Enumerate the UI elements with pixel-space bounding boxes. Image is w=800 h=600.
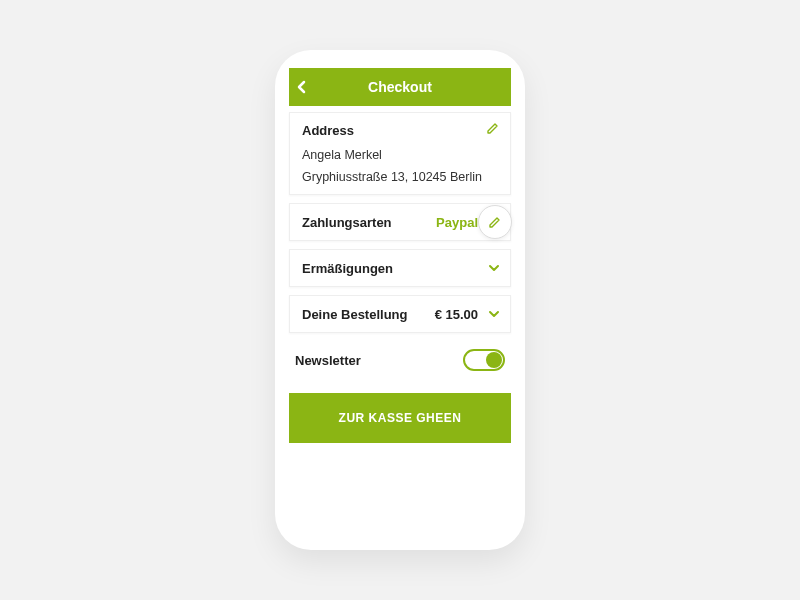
address-name: Angela Merkel [302, 148, 498, 162]
payment-label: Zahlungsarten [302, 215, 392, 230]
chevron-down-icon[interactable] [488, 308, 500, 320]
app-header: Checkout [289, 68, 511, 106]
phone-frame: Checkout Address Angela Merkel Gryphiuss… [275, 50, 525, 550]
newsletter-toggle[interactable] [463, 349, 505, 371]
edit-address-icon[interactable] [486, 121, 500, 135]
page-title: Checkout [289, 79, 511, 95]
toggle-knob [486, 352, 502, 368]
order-label: Deine Bestellung [302, 307, 407, 322]
discounts-label: Ermäßigungen [302, 261, 393, 276]
newsletter-label: Newsletter [295, 353, 361, 368]
payment-value: Paypal [436, 215, 478, 230]
discounts-card[interactable]: Ermäßigungen [289, 249, 511, 287]
order-card[interactable]: Deine Bestellung € 15.00 [289, 295, 511, 333]
address-card: Address Angela Merkel Gryphiusstraße 13,… [289, 112, 511, 195]
checkout-button[interactable]: ZUR KASSE GHEEN [289, 393, 511, 443]
address-street: Gryphiusstraße 13, 10245 Berlin [302, 170, 498, 184]
chevron-down-icon[interactable] [488, 262, 500, 274]
order-price: € 15.00 [435, 307, 478, 322]
newsletter-row: Newsletter [289, 341, 511, 375]
payment-card[interactable]: Zahlungsarten Paypal [289, 203, 511, 241]
edit-payment-icon[interactable] [478, 205, 512, 239]
back-icon[interactable] [297, 80, 307, 94]
content-area: Address Angela Merkel Gryphiusstraße 13,… [289, 112, 511, 532]
address-label: Address [302, 123, 498, 138]
